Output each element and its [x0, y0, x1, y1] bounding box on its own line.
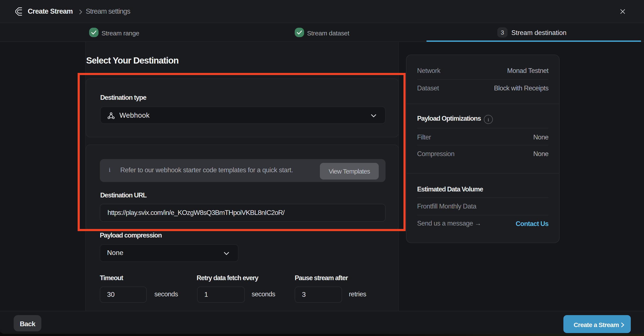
svg-text:i: i — [488, 117, 489, 122]
